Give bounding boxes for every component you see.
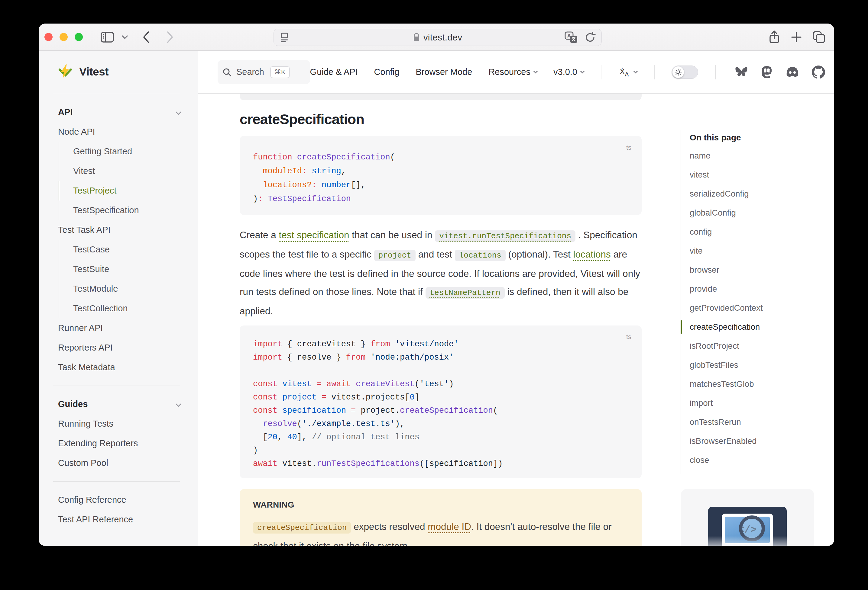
nav-item-v3-0-0[interactable]: v3.0.0 — [554, 67, 584, 77]
sidebar-item-testproject[interactable]: TestProject — [59, 181, 198, 200]
code-block-signature[interactable]: ts function createSpecification( moduleI… — [240, 136, 642, 215]
outline-item-name[interactable]: name — [681, 146, 820, 165]
nav-item-guide-api[interactable]: Guide & API — [310, 67, 358, 77]
code-token — [253, 181, 263, 190]
inline-link-vitest-runtestspecifications[interactable]: vitest.runTestSpecifications — [435, 230, 576, 242]
code-line: ): TestSpecification — [253, 192, 628, 206]
sidebar-item-task-metadata[interactable]: Task Metadata — [39, 358, 198, 377]
vitest-logo[interactable]: Vitest — [39, 51, 198, 93]
outline-item-import[interactable]: import — [681, 393, 820, 412]
sidebar-item-api[interactable]: API — [39, 102, 198, 122]
back-icon[interactable] — [142, 31, 150, 44]
outline-item-isrootproject[interactable]: isRootProject — [681, 336, 820, 355]
outline-item-close[interactable]: close — [681, 450, 820, 469]
close-window-button[interactable] — [44, 33, 53, 41]
forward-icon[interactable] — [166, 31, 174, 44]
sidebar-item-test-task-api[interactable]: Test Task API — [39, 220, 198, 240]
sidebar-item-test-api-reference[interactable]: Test API Reference — [39, 510, 198, 529]
url-text: vitest.dev — [424, 32, 462, 43]
svg-text:A: A — [625, 71, 629, 78]
sidebar-item-reporters-api[interactable]: Reporters API — [39, 338, 198, 358]
inline-link-locations[interactable]: locations — [573, 249, 611, 260]
bluesky-icon[interactable] — [734, 66, 748, 78]
nav-item-config[interactable]: Config — [374, 67, 400, 77]
chevron-down-icon[interactable] — [121, 35, 128, 39]
sidebar-item-testsuite[interactable]: TestSuite — [59, 259, 198, 279]
reload-icon[interactable] — [585, 31, 596, 44]
new-tab-icon[interactable] — [790, 31, 802, 43]
doc-sidebar: Vitest APINode APIGetting StartedVitestT… — [39, 51, 198, 546]
code-token: ), — [395, 419, 405, 428]
discord-icon[interactable] — [785, 66, 800, 78]
reader-icon[interactable] — [279, 31, 289, 44]
tab-overview-icon[interactable] — [812, 31, 826, 44]
code-token — [253, 419, 263, 428]
outline-item-globtestfiles[interactable]: globTestFiles — [681, 355, 820, 374]
sidebar-item-guides[interactable]: Guides — [39, 394, 198, 414]
sidebar-item-runner-api[interactable]: Runner API — [39, 318, 198, 338]
search-button[interactable]: Search ⌘K — [218, 60, 310, 84]
chevron-down-icon — [176, 401, 181, 407]
sidebar-item-label: TestCase — [73, 244, 110, 254]
doc-content: createSpecification ts function createSp… — [240, 94, 642, 546]
nav-item-browser-mode[interactable]: Browser Mode — [416, 67, 472, 77]
outline-item-ontestsrerun[interactable]: onTestsRerun — [681, 412, 820, 431]
sidebar-item-custom-pool[interactable]: Custom Pool — [39, 453, 198, 473]
code-token: resolve — [263, 419, 297, 428]
zoom-window-button[interactable] — [75, 33, 83, 41]
sidebar-item-running-tests[interactable]: Running Tests — [39, 414, 198, 434]
sidebar-item-testcollection[interactable]: TestCollection — [59, 299, 198, 318]
address-bar[interactable]: vitest.dev A — [273, 29, 602, 46]
outline-item-provide[interactable]: provide — [681, 279, 820, 298]
inline-link-test-specification[interactable]: test specification — [279, 230, 349, 240]
code-block-example[interactable]: ts import { createVitest } from 'vitest/… — [240, 325, 642, 478]
outline-item-serializedconfig[interactable]: serializedConfig — [681, 184, 820, 203]
language-menu[interactable]: ẋ A — [619, 66, 637, 78]
sponsor-card[interactable]: </> — [681, 489, 814, 546]
outline-item-isbrowserenabled[interactable]: isBrowserEnabled — [681, 431, 820, 450]
mastodon-icon[interactable] — [760, 66, 773, 79]
sidebar-toggle-icon[interactable] — [100, 31, 114, 43]
inline-link-module-id[interactable]: module ID — [428, 521, 471, 532]
outline-item-matchestestglob[interactable]: matchesTestGlob — [681, 374, 820, 393]
translate-icon[interactable]: A — [565, 31, 578, 44]
sponsor-image-fade — [681, 536, 814, 546]
code-line: moduleId: string, — [253, 164, 628, 178]
nav-divider — [654, 65, 655, 79]
sidebar-item-extending-reporters[interactable]: Extending Reporters — [39, 434, 198, 453]
share-icon[interactable] — [768, 30, 780, 44]
sidebar-item-vitest[interactable]: Vitest — [59, 161, 198, 181]
code-token: './example.test.ts' — [302, 419, 395, 428]
outline-item-createspecification[interactable]: createSpecification — [681, 317, 820, 336]
outline-item-vitest[interactable]: vitest — [681, 165, 820, 184]
sidebar-item-config-reference[interactable]: Config Reference — [39, 490, 198, 510]
search-shortcut: ⌘K — [270, 66, 290, 78]
nav-item-label: Resources — [489, 67, 530, 77]
code-token: TestSpecification — [263, 194, 351, 203]
inline-link-testnamepattern[interactable]: testNamePattern — [425, 287, 505, 299]
outline-rail — [681, 130, 681, 474]
sidebar-item-testcase[interactable]: TestCase — [59, 240, 198, 259]
outline-item-globalconfig[interactable]: globalConfig — [681, 203, 820, 222]
code-token: specification — [278, 406, 346, 415]
previous-code-block-tail — [240, 94, 642, 100]
sidebar-item-testmodule[interactable]: TestModule — [59, 279, 198, 299]
outline-item-vite[interactable]: vite — [681, 241, 820, 260]
sidebar-item-label: Reporters API — [58, 343, 113, 352]
github-icon[interactable] — [812, 66, 825, 79]
sidebar-item-testspecification[interactable]: TestSpecification — [59, 200, 198, 220]
nav-item-resources[interactable]: Resources — [489, 67, 537, 77]
code-token: 0 — [410, 393, 415, 402]
code-token: const — [253, 380, 278, 388]
outline-item-getprovidedcontext[interactable]: getProvidedContext — [681, 298, 820, 317]
outline-item-config[interactable]: config — [681, 222, 820, 241]
code-token: vitest.projects[ — [326, 393, 409, 402]
vitest-logo-icon — [58, 64, 73, 80]
theme-toggle[interactable] — [672, 66, 698, 79]
minimize-window-button[interactable] — [59, 33, 68, 41]
nav-item-label: v3.0.0 — [554, 67, 577, 77]
text-segment: (optional). Test — [506, 249, 573, 260]
sidebar-item-getting-started[interactable]: Getting Started — [59, 141, 198, 161]
sidebar-item-node-api[interactable]: Node API — [39, 122, 198, 141]
outline-item-browser[interactable]: browser — [681, 260, 820, 279]
